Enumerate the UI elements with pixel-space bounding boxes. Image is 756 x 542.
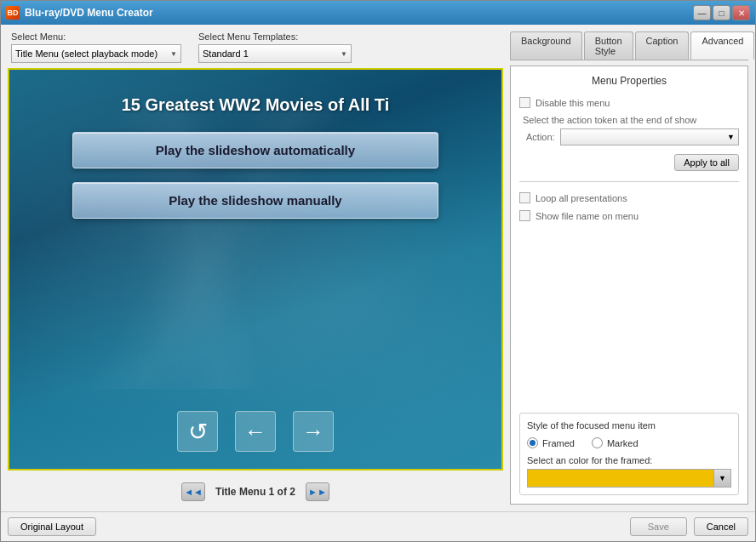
window-title: Blu-ray/DVD Menu Creator [25, 7, 153, 19]
color-select-label: Select an color for the framed: [527, 455, 731, 465]
right-panel: Background Button Style Caption Advanced… [510, 31, 748, 505]
loop-all-checkbox[interactable] [519, 192, 530, 203]
preview-title: 15 Greatest WW2 Movies of All Ti [122, 95, 390, 115]
color-select-control[interactable]: ▼ [527, 469, 731, 488]
action-label-text: Action: [526, 132, 555, 142]
select-menu-group: Select Menu: Title Menu (select playback… [11, 31, 181, 63]
menu-properties-title: Menu Properties [519, 75, 739, 87]
color-select-row: Select an color for the framed: ▼ [527, 455, 731, 488]
framed-option[interactable]: Framed [527, 437, 575, 448]
select-menu-arrow: ▼ [170, 50, 177, 58]
app-icon: BD [6, 6, 20, 20]
style-section: Style of the focused menu item Framed Ma… [519, 413, 739, 495]
bottom-right-buttons: Save Cancel [630, 517, 748, 536]
forward-icon: → [302, 419, 324, 445]
color-dropdown-arrow: ▼ [719, 474, 726, 482]
color-dropdown-button[interactable]: ▼ [713, 470, 730, 487]
disable-menu-label: Disable this menu [536, 98, 610, 108]
bottom-nav: ◄◄ Title Menu 1 of 2 ►► [8, 476, 503, 505]
color-swatch [528, 470, 713, 487]
select-template-label: Select Menu Templates: [198, 31, 352, 42]
action-row: Action: ▼ [526, 128, 739, 145]
forward-nav-button[interactable]: → [293, 411, 334, 452]
prev-page-button[interactable]: ◄◄ [181, 482, 205, 501]
divider-1 [519, 181, 739, 182]
save-button[interactable]: Save [630, 517, 687, 536]
back-nav-button[interactable]: ← [235, 411, 276, 452]
select-menu-label: Select Menu: [11, 31, 181, 42]
minimize-button[interactable]: — [693, 5, 711, 20]
cancel-button[interactable]: Cancel [694, 517, 748, 536]
tab-content-advanced: Menu Properties Disable this menu Select… [510, 66, 748, 505]
show-filename-label: Show file name on menu [536, 211, 639, 221]
next-page-button[interactable]: ►► [306, 482, 329, 501]
play-auto-button[interactable]: Play the slideshow automatically [72, 132, 438, 168]
disable-menu-checkbox[interactable] [519, 97, 530, 108]
top-controls: Select Menu: Title Menu (select playback… [8, 31, 503, 63]
left-panel: Select Menu: Title Menu (select playback… [8, 31, 503, 505]
tab-advanced[interactable]: Advanced [690, 31, 754, 60]
menu-buttons-container: Play the slideshow automatically Play th… [72, 132, 438, 219]
marked-option[interactable]: Marked [592, 437, 639, 448]
tab-caption[interactable]: Caption [635, 31, 690, 60]
window-controls: — □ ✕ [693, 5, 750, 20]
main-content: Select Menu: Title Menu (select playback… [1, 25, 755, 511]
disable-menu-row: Disable this menu [519, 97, 739, 108]
select-menu-value: Title Menu (select playback mode) [15, 48, 158, 59]
play-manual-button[interactable]: Play the slideshow manually [72, 182, 438, 219]
select-menu-dropdown[interactable]: Title Menu (select playback mode) ▼ [11, 44, 181, 63]
tab-background[interactable]: Background [510, 31, 582, 60]
title-bar-left: BD Blu-ray/DVD Menu Creator [6, 6, 153, 20]
select-template-group: Select Menu Templates: Standard 1 ▼ [198, 31, 352, 63]
marked-radio[interactable] [592, 437, 603, 448]
preview-area: 15 Greatest WW2 Movies of All Ti Play th… [8, 68, 503, 471]
preview-nav: ↺ ← → [177, 411, 334, 452]
marked-label: Marked [607, 438, 639, 448]
page-indicator: Title Menu 1 of 2 [215, 486, 295, 498]
focus-style-radio-row: Framed Marked [527, 437, 731, 448]
prev-page-icon: ◄◄ [184, 487, 203, 497]
apply-all-container: Apply to all [519, 152, 739, 171]
original-layout-button[interactable]: Original Layout [8, 517, 96, 536]
back-icon: ← [244, 419, 266, 445]
bottom-bar: Original Layout Save Cancel [1, 511, 755, 541]
title-bar: BD Blu-ray/DVD Menu Creator — □ ✕ [1, 1, 755, 25]
select-template-value: Standard 1 [203, 48, 249, 59]
tabs-bar: Background Button Style Caption Advanced [510, 31, 748, 60]
close-button[interactable]: ✕ [732, 5, 750, 20]
main-window: BD Blu-ray/DVD Menu Creator — □ ✕ Select… [0, 0, 756, 542]
framed-radio[interactable] [527, 437, 538, 448]
action-select-dropdown[interactable]: ▼ [560, 128, 739, 145]
style-section-title: Style of the focused menu item [527, 420, 731, 431]
select-template-dropdown[interactable]: Standard 1 ▼ [198, 44, 352, 63]
loop-all-row: Loop all presentations [519, 192, 739, 203]
replay-icon: ↺ [188, 418, 208, 446]
show-filename-row: Show file name on menu [519, 210, 739, 221]
select-template-arrow: ▼ [341, 50, 347, 58]
select-action-section: Select the action token at the end of sh… [523, 115, 739, 145]
framed-label: Framed [542, 438, 575, 448]
replay-nav-button[interactable]: ↺ [177, 411, 218, 452]
maximize-button[interactable]: □ [713, 5, 730, 20]
action-select-arrow: ▼ [727, 133, 735, 141]
show-filename-checkbox[interactable] [519, 210, 530, 221]
select-action-desc: Select the action token at the end of sh… [523, 115, 739, 125]
apply-to-all-button[interactable]: Apply to all [674, 154, 739, 171]
next-page-icon: ►► [308, 487, 327, 497]
tab-button-style[interactable]: Button Style [584, 31, 633, 60]
loop-all-label: Loop all presentations [536, 193, 627, 203]
